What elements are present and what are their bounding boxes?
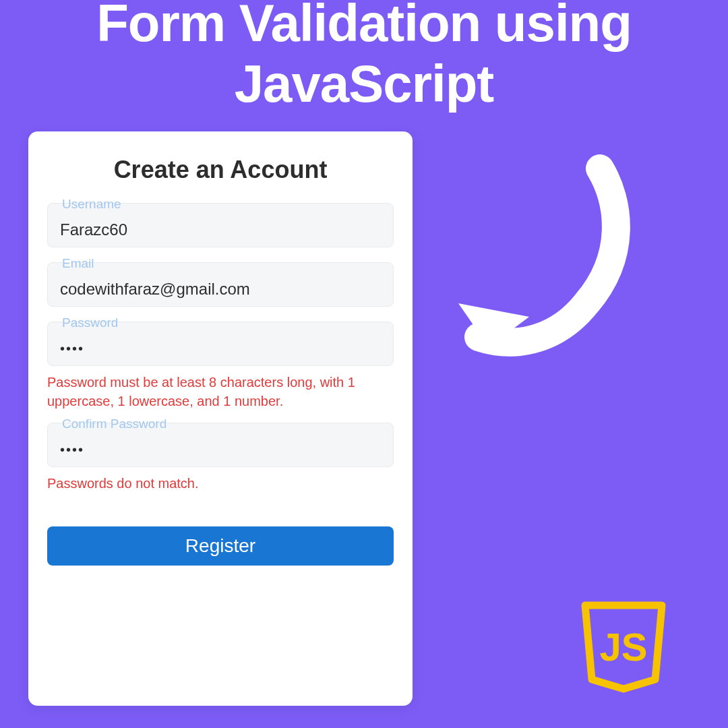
username-field-group: Username [47,203,394,247]
confirm-password-error: Passwords do not match. [47,474,394,493]
register-button[interactable]: Register [47,526,394,566]
confirm-password-label: Confirm Password [59,417,169,431]
confirm-password-field-group: Confirm Password [47,423,394,467]
username-label: Username [59,197,124,212]
page-title: Form Validation using JavaScript [0,0,728,114]
password-label: Password [59,315,121,330]
form-header: Create an Account [47,156,394,184]
js-logo-icon: JS [580,600,667,694]
email-label: Email [59,256,97,271]
arrow-icon [438,148,667,377]
password-field-group: Password [47,322,394,366]
email-field-group: Email [47,262,394,307]
svg-text:JS: JS [600,625,648,669]
password-error: Password must be at least 8 characters l… [47,373,394,411]
email-input[interactable] [47,262,394,307]
form-card: Create an Account Username Email Passwor… [28,131,413,706]
